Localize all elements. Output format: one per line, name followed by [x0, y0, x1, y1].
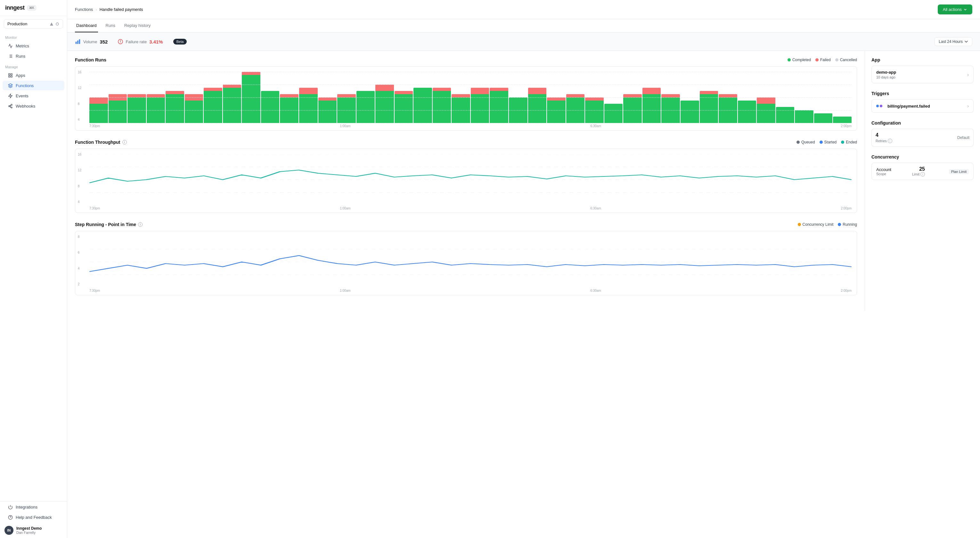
function-throughput-header: Function Throughput i Queued Started: [75, 140, 857, 145]
bar-group: [89, 72, 108, 123]
trigger-label: billing/payment.failed: [888, 104, 930, 108]
webhook-icon: [8, 103, 13, 108]
volume-stat: Volume 352: [75, 39, 108, 45]
nav-section-monitor: Monitor: [0, 32, 67, 41]
app-card-chevron: ›: [967, 72, 969, 77]
trigger-card[interactable]: billing/payment.failed ›: [872, 99, 974, 113]
bar-group: [185, 72, 204, 123]
sidebar-help-label: Help and Feedback: [16, 515, 52, 520]
bar-group: [318, 72, 337, 123]
configuration-section: Configuration 4 Retries i Default: [872, 120, 974, 146]
bar-group: [719, 72, 737, 123]
all-actions-button[interactable]: All actions: [938, 5, 972, 14]
bar-group: [204, 72, 222, 123]
bar-group: [356, 72, 375, 123]
bar-group: [661, 72, 680, 123]
retries-default-label: Default: [957, 135, 969, 140]
sidebar-item-functions[interactable]: Functions: [3, 81, 64, 90]
bar-group: [280, 72, 299, 123]
trigger-icon: [876, 105, 882, 107]
concurrency-section-title: Concurrency: [872, 154, 974, 159]
step-running-info-icon[interactable]: i: [138, 222, 143, 227]
running-dot: [838, 223, 841, 226]
concurrency-card: Account Scope 25 Limit i Plan Limit: [872, 163, 974, 180]
retries-label: Retries i: [876, 138, 919, 143]
logo-area: inngest ⌘K: [0, 0, 67, 16]
right-panel: App demo-app 10 days ago › Triggers: [865, 51, 980, 310]
sidebar-item-webhooks[interactable]: Webhooks: [3, 101, 64, 111]
bar-group: [643, 72, 661, 123]
sidebar-integrations-label: Integrations: [16, 505, 37, 509]
bar-group: [757, 72, 775, 123]
ended-dot: [841, 140, 844, 144]
help-circle-icon: [8, 515, 13, 520]
sidebar-webhooks-label: Webhooks: [16, 104, 35, 108]
config-grid: 4 Retries i Default: [872, 129, 974, 146]
sidebar-functions-label: Functions: [16, 83, 33, 88]
legend-cancelled: Cancelled: [835, 58, 857, 62]
step-y-labels: 8 6 4 2: [78, 235, 80, 286]
list-icon: [8, 54, 13, 59]
failed-dot: [815, 58, 819, 62]
user-email: Dan Farrelly: [16, 531, 41, 535]
charts-area: Function Runs Completed Failed: [67, 51, 865, 310]
user-section[interactable]: IN Inngest Demo Dan Farrelly: [0, 523, 67, 538]
layers-icon: [8, 83, 13, 88]
svg-rect-18: [79, 40, 80, 44]
bar-group: [223, 72, 242, 123]
tab-runs[interactable]: Runs: [104, 19, 116, 32]
sidebar-item-apps[interactable]: Apps: [3, 70, 64, 80]
sidebar-item-help[interactable]: Help and Feedback: [3, 513, 64, 522]
bar-group: [700, 72, 718, 123]
svg-point-0: [56, 23, 59, 25]
env-label: Production: [7, 21, 27, 26]
failure-value: 3.41%: [149, 39, 163, 45]
breadcrumb-current: Handle failed payments: [100, 7, 143, 12]
concurrency-scope-sub: Scope: [876, 172, 891, 176]
app-card-info: demo-app 10 days ago: [876, 70, 896, 79]
started-dot: [819, 140, 823, 144]
retries-info-icon[interactable]: i: [888, 138, 892, 143]
failure-label: Failure rate: [126, 40, 147, 44]
all-actions-label: All actions: [943, 7, 962, 12]
concurrency-info-icon[interactable]: i: [920, 172, 925, 177]
concurrency-limit-value: 25: [912, 166, 925, 172]
failure-icon: [118, 39, 123, 44]
sidebar-item-metrics[interactable]: Metrics: [3, 41, 64, 51]
time-range-selector[interactable]: Last 24 Hours: [934, 37, 972, 46]
breadcrumb-parent[interactable]: Functions: [75, 7, 93, 12]
sidebar-item-integrations[interactable]: Integrations: [3, 502, 64, 512]
bar-group: [738, 72, 756, 123]
failure-stat: Failure rate 3.41%: [118, 39, 163, 45]
trigger-blue-dot: [876, 105, 879, 107]
bar-group: [452, 72, 470, 123]
legend-concurrency-limit: Concurrency Limit: [798, 222, 834, 227]
sidebar-item-events[interactable]: Events: [3, 91, 64, 100]
svg-rect-10: [8, 76, 10, 77]
env-selector[interactable]: Production: [4, 19, 63, 29]
completed-dot: [788, 58, 791, 62]
function-runs-section: Function Runs Completed Failed: [75, 57, 857, 131]
trigger-card-chevron: ›: [967, 103, 969, 108]
tab-dashboard[interactable]: Dashboard: [75, 19, 98, 32]
app-card[interactable]: demo-app 10 days ago ›: [872, 66, 974, 83]
bar-group: [681, 72, 699, 123]
bar-group: [795, 72, 813, 123]
bar-group: [566, 72, 585, 123]
tab-replay[interactable]: Replay history: [123, 19, 152, 32]
sidebar-item-runs[interactable]: Runs: [3, 51, 64, 61]
throughput-legend: Queued Started Ended: [797, 140, 857, 145]
user-name: Inngest Demo: [16, 526, 41, 531]
function-throughput-section: Function Throughput i Queued Started: [75, 140, 857, 213]
volume-value: 352: [100, 39, 108, 45]
bar-group: [375, 72, 394, 123]
sidebar-bottom: Integrations Help and Feedback IN Innges…: [0, 501, 67, 538]
function-runs-title: Function Runs: [75, 57, 106, 62]
legend-completed: Completed: [788, 58, 811, 62]
bar-group: [605, 72, 623, 123]
logo-cmd[interactable]: ⌘K: [27, 5, 37, 11]
concurrency-section: Concurrency Account Scope 25 Limit i: [872, 154, 974, 180]
function-runs-chart: 16 12 8 4 7:30pm 1:00am 6:30am 2:00pm: [75, 66, 857, 131]
concurrency-scope-info: Account Scope: [876, 167, 891, 176]
throughput-info-icon[interactable]: i: [123, 140, 127, 145]
